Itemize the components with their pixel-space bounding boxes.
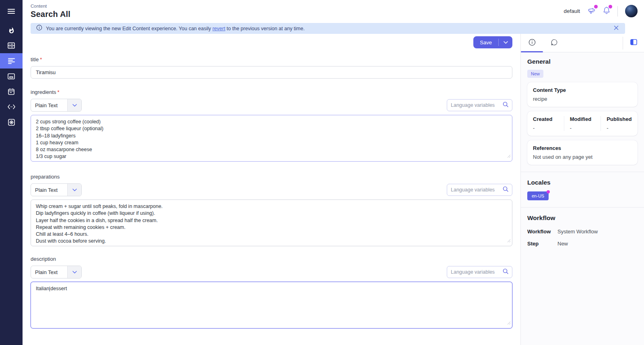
resize-handle[interactable] — [507, 320, 511, 327]
created-col: Created - — [527, 116, 564, 131]
editor-toolbar: Save — [31, 36, 512, 48]
banner-close-button[interactable] — [614, 25, 619, 30]
sidebar-item-window[interactable] — [0, 69, 23, 84]
workflow-row: Workflow System Workflow — [527, 229, 638, 235]
sidebar-item-code[interactable] — [0, 99, 23, 114]
tab-comments[interactable] — [543, 39, 565, 48]
content-lines-icon — [8, 58, 15, 64]
panel-body: General New Content Type recipe Created … — [521, 52, 644, 345]
gear-square-icon — [8, 119, 15, 126]
ingredients-textarea[interactable]: 2 cups strong coffee (cooled) 2 tbsp cof… — [31, 115, 512, 162]
field-preparations: preparations Plain Text Whip cream + sug… — [31, 174, 512, 246]
field-label: title* — [31, 56, 512, 62]
sidebar-item-calendar[interactable] — [0, 84, 23, 99]
flame-icon — [8, 27, 15, 34]
search-icon — [503, 268, 508, 276]
window-icon — [8, 73, 15, 79]
description-textarea[interactable]: Italiandessert — [31, 282, 512, 328]
left-nav-rail — [0, 0, 23, 345]
section-divider — [521, 172, 644, 172]
header-divider — [617, 6, 618, 17]
language-variables-input[interactable] — [451, 269, 503, 275]
search-icon — [503, 102, 508, 109]
entry-editor: Save title* ingredients* Plain Text — [23, 34, 520, 345]
sidebar-item-flame[interactable] — [0, 23, 23, 38]
notification-dot — [609, 5, 612, 8]
field-description: description Plain Text Italiandessert — [31, 256, 512, 328]
panel-layout-icon — [630, 39, 637, 47]
preparations-textarea[interactable]: Whip cream + sugar until soft peaks, fol… — [31, 200, 512, 246]
entries-icon — [8, 42, 15, 49]
search-icon — [503, 186, 508, 193]
references-card: References Not used on any page yet — [527, 140, 638, 165]
description-language-variables-search[interactable] — [447, 266, 512, 278]
collapse-panel-button[interactable] — [623, 39, 644, 47]
panel-tabs — [521, 34, 644, 52]
menu-icon[interactable] — [0, 0, 23, 23]
avatar[interactable] — [625, 5, 638, 17]
chevron-down-icon — [67, 99, 81, 111]
general-heading: General — [527, 58, 638, 65]
description-format-select[interactable]: Plain Text — [31, 266, 82, 278]
sidebar-item-entries[interactable] — [0, 38, 23, 53]
title-input[interactable] — [31, 66, 512, 79]
save-dropdown-button[interactable] — [499, 36, 512, 48]
field-label: description — [31, 256, 512, 262]
calendar-icon — [8, 88, 14, 95]
sidebar-item-content[interactable] — [0, 53, 23, 69]
locale-dot — [547, 190, 550, 193]
chevron-down-icon — [67, 184, 81, 196]
active-tab-underline — [521, 51, 543, 52]
content-type-card: Content Type recipe — [527, 82, 638, 107]
ingredients-format-select[interactable]: Plain Text — [31, 99, 82, 112]
published-col: Published - — [601, 116, 638, 131]
section-divider — [521, 207, 644, 208]
chevron-down-icon — [67, 266, 81, 278]
page-title: Search All — [31, 10, 70, 19]
info-panel: General New Content Type recipe Created … — [520, 34, 644, 345]
field-label: preparations — [31, 174, 512, 180]
banner-message: You are currently viewing the new Edit C… — [46, 26, 305, 31]
language-variables-input[interactable] — [451, 187, 503, 193]
field-title: title* — [31, 56, 512, 79]
required-asterisk: * — [58, 89, 60, 95]
ingredients-language-variables-search[interactable] — [447, 99, 512, 111]
status-badge: New — [527, 70, 543, 78]
comment-icon — [551, 39, 558, 48]
revert-link[interactable]: revert — [213, 26, 225, 31]
required-asterisk: * — [40, 56, 42, 62]
breadcrumb[interactable]: Content — [31, 4, 70, 8]
locale-badge-en-us[interactable]: en-US — [527, 191, 549, 200]
field-ingredients: ingredients* Plain Text 2 cups strong co… — [31, 89, 512, 162]
resize-handle[interactable] — [507, 238, 511, 245]
preparations-format-select[interactable]: Plain Text — [31, 183, 82, 196]
locales-heading: Locales — [527, 179, 638, 186]
notification-dot — [594, 5, 598, 8]
info-icon — [528, 39, 536, 48]
environment-label[interactable]: default — [564, 8, 580, 14]
header: Content Search All default — [23, 0, 644, 22]
preparations-language-variables-search[interactable] — [447, 184, 512, 196]
sidebar-item-settings[interactable] — [0, 114, 23, 130]
info-circle-icon — [36, 25, 42, 32]
code-icon — [8, 104, 15, 109]
info-banner: You are currently viewing the new Edit C… — [31, 23, 625, 34]
tab-info[interactable] — [521, 39, 543, 48]
workflow-heading: Workflow — [527, 214, 638, 222]
field-label: ingredients* — [31, 89, 512, 95]
modified-col: Modified - — [564, 116, 601, 131]
notifications-button[interactable] — [603, 6, 610, 16]
app-window: Content Search All default You are c — [0, 0, 644, 345]
dates-card: Created - Modified - Published - — [527, 111, 638, 136]
resize-handle[interactable] — [507, 153, 511, 160]
language-variables-input[interactable] — [451, 102, 503, 108]
save-button[interactable]: Save — [473, 36, 512, 48]
announcements-button[interactable] — [587, 6, 596, 16]
step-row: Step New — [527, 241, 638, 247]
